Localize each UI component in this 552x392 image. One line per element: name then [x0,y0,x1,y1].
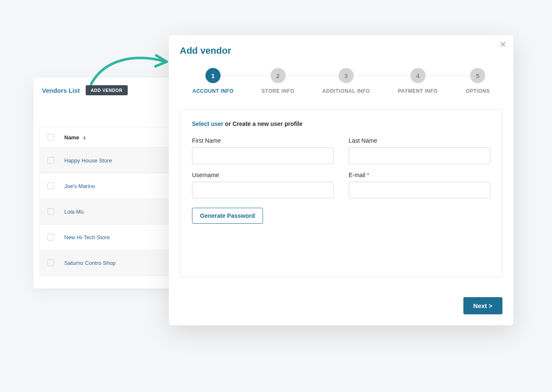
step-label: ADDITIONAL INFO [322,88,370,94]
step-label: PAYMENT INFO [398,88,438,94]
name-column-header[interactable]: Name [64,134,86,141]
email-input[interactable] [349,182,490,199]
sort-icon [83,136,86,140]
add-vendor-modal: ✕ Add vendor 1 ACCOUNT INFO 2 STORE INFO… [169,35,513,325]
vendor-link[interactable]: Happy House Store [64,157,112,164]
first-name-label: First Name [192,137,334,144]
required-asterisk: * [367,172,369,178]
vendor-link[interactable]: New Hi-Tech Store [64,234,110,240]
step-number: 4 [410,68,426,83]
vendor-link[interactable]: Joe's Marino [64,183,95,189]
step-label: ACCOUNT INFO [192,88,234,94]
step-number: 1 [205,68,221,83]
step-label: STORE INFO [262,88,294,94]
generate-password-button[interactable]: Generate Password [192,208,263,224]
vendor-link[interactable]: Saturno Contro Shop [64,260,116,266]
vendor-link[interactable]: Lola Mú [64,209,84,215]
email-field: E-mail * [349,172,490,199]
row-checkbox[interactable] [47,183,54,189]
stepper: 1 ACCOUNT INFO 2 STORE INFO 3 ADDITIONAL… [180,68,502,94]
step-additional-info[interactable]: 3 ADDITIONAL INFO [322,68,370,94]
username-label: Username [192,172,334,178]
modal-footer: Next > [180,297,502,314]
last-name-field: Last Name [349,137,490,164]
add-vendor-button[interactable]: ADD VENDOR [86,85,128,95]
modal-title: Add vendor [180,45,502,56]
row-checkbox[interactable] [47,157,54,164]
email-label: E-mail * [349,172,490,178]
form-grid: First Name Last Name Username E-mail * [192,137,490,199]
select-all-checkbox[interactable] [47,134,54,141]
next-button[interactable]: Next > [463,297,502,314]
step-options[interactable]: 5 OPTIONS [465,68,490,94]
last-name-label: Last Name [349,137,490,144]
step-number: 5 [470,68,485,83]
step-payment-info[interactable]: 4 PAYMENT INFO [398,68,438,94]
username-input[interactable] [192,182,334,199]
step-store-info[interactable]: 2 STORE INFO [262,68,294,94]
step-number: 2 [271,68,286,83]
step-number: 3 [339,68,354,83]
select-user-link[interactable]: Select user [192,120,223,127]
step-label: OPTIONS [465,88,490,94]
step-account-info[interactable]: 1 ACCOUNT INFO [192,68,234,94]
form-container: Select user or Create a new user profile… [180,109,502,277]
create-profile-text: or Create a new user profile [223,120,302,127]
close-button[interactable]: ✕ [499,40,507,49]
select-user-line: Select user or Create a new user profile [192,120,490,127]
row-checkbox[interactable] [47,234,54,240]
first-name-field: First Name [192,137,334,164]
vendors-title: Vendors List [42,87,80,94]
row-checkbox[interactable] [47,259,54,266]
last-name-input[interactable] [349,147,490,164]
username-field: Username [192,172,334,199]
first-name-input[interactable] [192,147,334,164]
row-checkbox[interactable] [47,208,54,215]
